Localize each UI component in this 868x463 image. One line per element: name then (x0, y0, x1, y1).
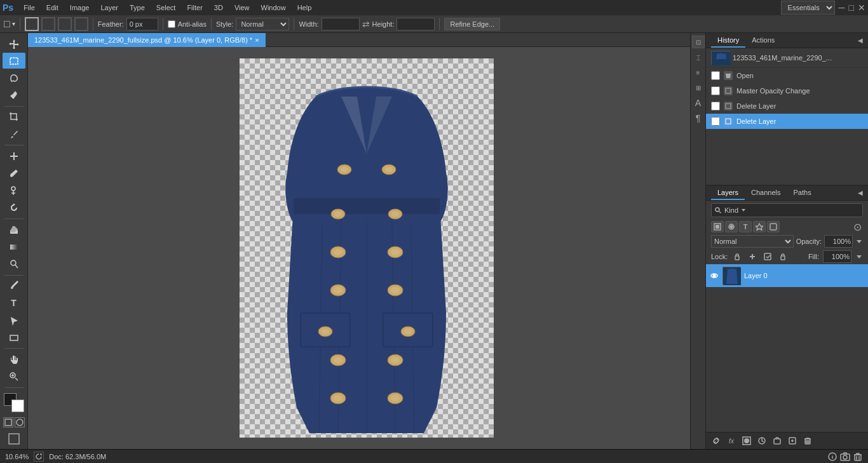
lasso-tool[interactable] (3, 70, 25, 86)
refine-edge-button[interactable]: Refine Edge... (444, 18, 500, 30)
tab-close-button[interactable]: × (255, 36, 259, 44)
marquee-rect-tool[interactable] (3, 53, 25, 69)
menu-view[interactable]: View (229, 3, 255, 13)
layer-visibility-eye[interactable] (710, 271, 719, 280)
opacity-dropdown-icon[interactable] (855, 238, 863, 245)
window-restore[interactable]: □ (849, 3, 854, 13)
strip-btn-A[interactable]: A (692, 97, 705, 109)
tool-mode-add[interactable] (41, 17, 55, 31)
search-dropdown-icon[interactable] (741, 208, 746, 213)
lock-position-btn[interactable] (747, 251, 758, 262)
tab-channels[interactable]: Channels (745, 186, 787, 200)
menu-type[interactable]: Type (125, 3, 150, 13)
opacity-input[interactable] (824, 235, 853, 248)
antialias-checkbox[interactable] (168, 20, 175, 28)
tool-mode-intersect[interactable] (74, 17, 88, 31)
layer-mask-btn[interactable] (740, 434, 753, 447)
style-select[interactable]: Normal Fixed Ratio Fixed Size (236, 18, 289, 30)
pen-tool[interactable] (3, 278, 25, 293)
window-close[interactable]: ✕ (858, 3, 865, 13)
blend-mode-select[interactable]: Normal (711, 235, 794, 248)
layer-fx-btn[interactable]: fx (725, 434, 738, 447)
feather-input[interactable] (126, 18, 158, 30)
type-tool[interactable]: T (3, 295, 25, 311)
layer-group-btn[interactable] (771, 434, 783, 447)
layer-link-btn[interactable] (710, 434, 722, 447)
document-tab[interactable]: 123533_461M_marine_2290_fullsize.psd @ 1… (28, 33, 266, 47)
fill-dropdown-icon[interactable] (855, 253, 863, 260)
lock-artboard-btn[interactable] (762, 251, 773, 262)
history-check-delete1[interactable] (711, 102, 720, 111)
fill-input[interactable] (823, 250, 851, 263)
history-snapshot-btn[interactable]: ⊡ (692, 36, 705, 48)
layer-new-btn[interactable] (786, 434, 799, 447)
layer-delete-btn[interactable] (801, 434, 814, 447)
layers-search-bar[interactable]: Kind (711, 203, 863, 217)
width-input[interactable] (322, 18, 360, 30)
magic-wand-tool[interactable] (3, 88, 25, 104)
history-check-delete2[interactable] (711, 117, 720, 126)
history-item-delete2[interactable]: Delete Layer (706, 114, 868, 129)
menu-select[interactable]: Select (151, 3, 181, 13)
filter-smart-icon[interactable] (767, 221, 780, 232)
menu-layer[interactable]: Layer (95, 3, 123, 13)
window-minimize[interactable]: ─ (839, 3, 845, 13)
filter-type-icon[interactable]: T (739, 221, 752, 232)
height-input[interactable] (397, 18, 435, 30)
filter-adjust-icon[interactable] (725, 221, 738, 232)
layers-collapse-btn[interactable]: ◀ (858, 189, 863, 196)
menu-window[interactable]: Window (256, 3, 291, 13)
lock-pixels-btn[interactable] (731, 251, 743, 262)
strip-btn-pilcrow[interactable]: ¶ (692, 112, 705, 124)
lock-all-btn[interactable] (777, 251, 789, 262)
essentials-dropdown[interactable]: Essentials (781, 1, 835, 15)
document-canvas[interactable] (240, 58, 494, 438)
background-color[interactable] (11, 399, 24, 412)
history-brush-tool[interactable] (3, 200, 25, 216)
normal-mode[interactable] (3, 417, 13, 427)
menu-help[interactable]: Help (292, 3, 317, 13)
menu-image[interactable]: Image (65, 3, 95, 13)
eraser-tool[interactable] (3, 222, 25, 238)
hand-tool[interactable] (3, 351, 25, 367)
shape-tool[interactable] (3, 330, 25, 346)
history-item-open[interactable]: Open (706, 68, 868, 83)
status-trash-btn[interactable] (853, 452, 863, 462)
swap-dimensions-icon[interactable]: ⇄ (362, 19, 370, 29)
screen-mode-btn[interactable] (8, 433, 20, 446)
history-item-opacity[interactable]: Master Opacity Change (706, 83, 868, 98)
tab-history[interactable]: History (711, 34, 745, 48)
dodge-tool[interactable] (3, 256, 25, 272)
history-item-delete1[interactable]: Delete Layer (706, 98, 868, 114)
status-rotation-btn[interactable] (34, 452, 44, 462)
menu-file[interactable]: File (18, 3, 40, 13)
menu-filter[interactable]: Filter (182, 3, 207, 13)
tab-paths[interactable]: Paths (787, 186, 818, 200)
history-check-open[interactable] (711, 71, 720, 80)
history-collapse-btn[interactable]: ◀ (858, 37, 863, 44)
tab-actions[interactable]: Actions (745, 34, 781, 48)
status-camera-btn[interactable] (840, 452, 850, 462)
tab-layers[interactable]: Layers (711, 186, 745, 200)
canvas-container[interactable] (28, 47, 705, 449)
history-snapshot[interactable]: 123533_461M_marine_2290_... (706, 48, 868, 68)
menu-edit[interactable]: Edit (41, 3, 64, 13)
tool-mode-subtract[interactable] (58, 17, 72, 31)
tool-mode-normal[interactable] (25, 17, 39, 31)
gradient-tool[interactable] (3, 239, 25, 255)
color-swatches[interactable] (3, 393, 25, 413)
filter-shape-icon[interactable] (753, 221, 766, 232)
status-info-btn[interactable] (827, 452, 837, 462)
brush-tool[interactable] (3, 165, 25, 181)
crop-tool[interactable] (3, 109, 25, 125)
eyedropper-tool[interactable] (3, 126, 25, 142)
layer-item-0[interactable]: Layer 0 (706, 264, 868, 287)
heal-tool[interactable] (3, 148, 25, 164)
strip-btn-2[interactable]: ⌶ (692, 51, 705, 64)
layer-adjust-btn[interactable] (756, 434, 768, 447)
strip-btn-3[interactable]: ≡ (692, 66, 705, 79)
quick-mask-mode[interactable] (15, 417, 25, 427)
menu-3d[interactable]: 3D (209, 3, 228, 13)
zoom-tool[interactable] (3, 368, 25, 384)
history-check-opacity[interactable] (711, 86, 720, 95)
